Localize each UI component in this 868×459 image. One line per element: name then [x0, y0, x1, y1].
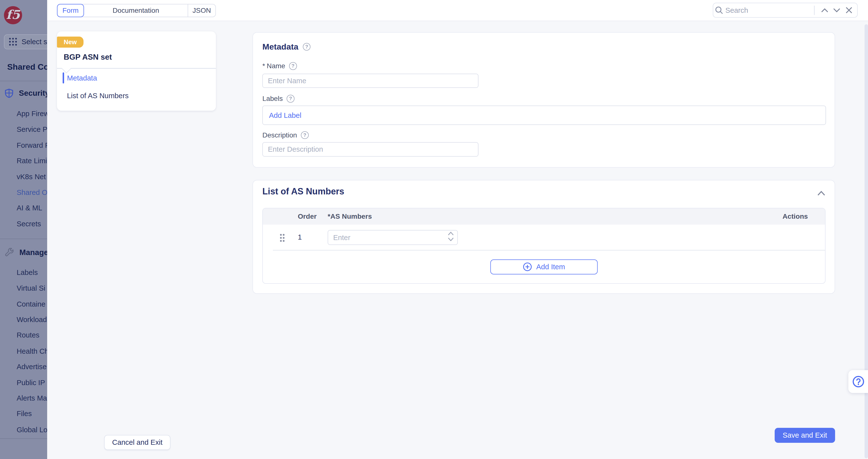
row-order-value: 1 [298, 233, 302, 241]
search-icon [713, 4, 725, 17]
sidebar-section-label: Manage [20, 248, 47, 257]
wizard-nav-card: New BGP ASN set Metadata List of AS Numb… [57, 31, 216, 110]
add-item-area: Add Item [263, 251, 825, 284]
vertical-scrollbar[interactable] [865, 24, 868, 458]
service-selector-label: Select se [22, 38, 47, 46]
as-numbers-section-title: List of AS Numbers [262, 186, 344, 197]
sidebar-item-service-policies[interactable]: Service P [17, 125, 47, 135]
sidebar-item-forward-proxy[interactable]: Forward P [17, 141, 47, 151]
sidebar-item-routes[interactable]: Routes [17, 331, 39, 341]
as-numbers-table: Order *AS Numbers Actions [262, 208, 826, 284]
plus-circle-icon [523, 262, 532, 271]
column-header-as-numbers: *AS Numbers [328, 212, 372, 221]
form-body: New BGP ASN set Metadata List of AS Numb… [47, 21, 868, 459]
search-input[interactable] [725, 6, 812, 14]
sidebar-item-health-checks[interactable]: Health Ch [17, 347, 47, 357]
tab-form[interactable]: Form [57, 4, 84, 17]
help-question-icon [852, 375, 865, 388]
search-divider [814, 6, 814, 15]
sidebar-item-alerts-management[interactable]: Alerts Ma [17, 394, 47, 404]
required-marker: * [262, 62, 265, 70]
metadata-section-title: Metadata [262, 42, 299, 52]
description-field-label: Description ? [262, 131, 309, 139]
wizard-step-as-numbers[interactable]: List of AS Numbers [67, 90, 129, 101]
save-and-exit-button[interactable]: Save and Exit [775, 428, 835, 443]
add-item-button[interactable]: Add Item [490, 259, 597, 274]
active-step-indicator [63, 72, 64, 84]
tab-json[interactable]: JSON [188, 4, 215, 17]
spinner-up-icon[interactable] [448, 232, 454, 236]
wizard-title: BGP ASN set [64, 53, 112, 62]
sidebar-item-global-log[interactable]: Global Lo [17, 426, 47, 436]
help-fab-button[interactable] [848, 370, 868, 393]
sidebar-item-ai-ml[interactable]: AI & ML [17, 204, 42, 214]
workspace-title: Shared Co [7, 62, 47, 72]
number-spinner [448, 232, 454, 241]
name-input[interactable] [262, 74, 478, 88]
spinner-down-icon[interactable] [448, 237, 454, 241]
sidebar-section-security[interactable]: Security [5, 89, 47, 98]
search-close-icon[interactable] [843, 4, 855, 17]
sidebar-item-files[interactable]: Files [17, 409, 32, 420]
sidebar-item-rate-limiter[interactable]: Rate Limi [17, 157, 47, 167]
sidebar-item-labels[interactable]: Labels [17, 268, 38, 278]
view-tabs: Form Documentation JSON [57, 4, 216, 17]
sidebar-item-app-firewall[interactable]: App Firew [17, 109, 47, 120]
sidebar-divider [0, 81, 47, 81]
sidebar-section-label: Security [19, 89, 47, 98]
sidebar-item-workloads[interactable]: Workload [17, 316, 47, 325]
new-badge: New [57, 37, 83, 47]
metadata-help-icon[interactable]: ? [303, 43, 311, 51]
add-label-link[interactable]: Add Label [269, 111, 301, 120]
sidebar-item-secrets[interactable]: Secrets [17, 220, 41, 230]
as-number-input[interactable] [328, 230, 458, 245]
column-header-order: Order [298, 212, 317, 221]
description-help-icon[interactable]: ? [301, 131, 309, 139]
labels-box: Add Label [262, 105, 826, 125]
tab-documentation[interactable]: Documentation [84, 4, 188, 17]
service-selector-button[interactable]: Select se [4, 34, 47, 50]
sidebar-item-containers[interactable]: Containe [17, 300, 45, 310]
column-header-actions: Actions [782, 212, 808, 221]
f5-logo: f5 [4, 6, 22, 24]
sidebar-item-shared-objects[interactable]: Shared O [17, 188, 47, 198]
sidebar-item-advertise-policies[interactable]: Advertise [17, 363, 46, 372]
drag-handle-icon[interactable] [280, 233, 285, 244]
labels-field-label: Labels ? [262, 95, 294, 103]
shield-icon [5, 89, 13, 98]
wizard-divider [57, 68, 216, 68]
sidebar-item-virtual-sites[interactable]: Virtual Si [17, 284, 45, 294]
search-box [713, 3, 858, 18]
sidebar-divider [0, 238, 47, 239]
description-input[interactable] [262, 142, 478, 157]
sidebar: f5 Select se Shared Co Security App Fire… [0, 0, 47, 459]
name-field-label: *Name ? [262, 62, 297, 70]
app-viewport: f5 Select se Shared Co Security App Fire… [0, 0, 868, 459]
sidebar-item-vk8s-networks[interactable]: vK8s Net [17, 172, 46, 183]
grid-icon [9, 38, 17, 46]
sidebar-section-manage[interactable]: Manage [5, 248, 47, 257]
form-header: Form Documentation JSON [47, 0, 868, 21]
search-next-icon[interactable] [831, 4, 843, 17]
table-row: 1 [263, 225, 825, 251]
name-help-icon[interactable]: ? [289, 62, 297, 70]
wrench-icon [5, 248, 14, 257]
cancel-and-exit-button[interactable]: Cancel and Exit [104, 435, 171, 450]
metadata-card: Metadata ? *Name ? Labels ? Add Label De… [252, 32, 835, 168]
as-numbers-card: List of AS Numbers Order *AS Numbers Act… [252, 180, 835, 294]
sidebar-item-public-ip[interactable]: Public IP [17, 379, 45, 389]
labels-help-icon[interactable]: ? [287, 95, 294, 103]
search-prev-icon[interactable] [818, 4, 831, 17]
sidebar-divider [0, 438, 47, 439]
collapse-section-icon[interactable] [817, 188, 825, 198]
wizard-step-metadata[interactable]: Metadata [67, 72, 97, 84]
table-header-row: Order *AS Numbers Actions [263, 208, 825, 224]
